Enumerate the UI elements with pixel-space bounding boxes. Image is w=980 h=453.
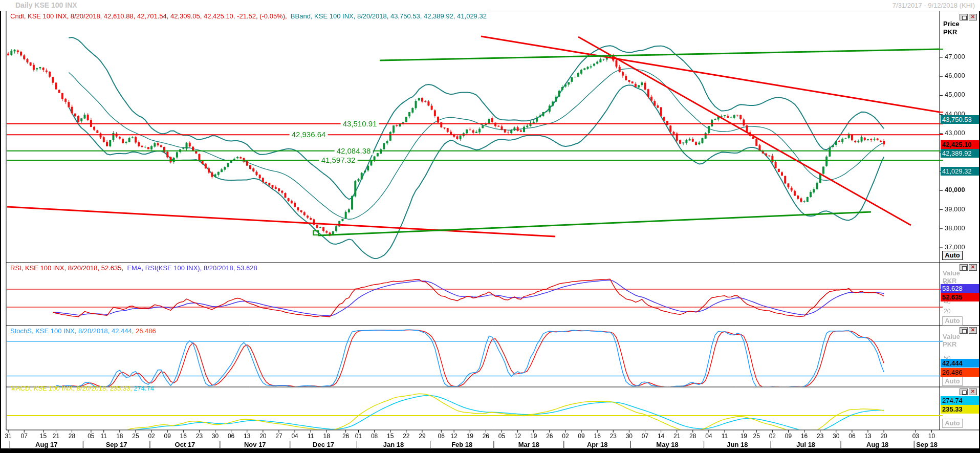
x-axis-day-label: 22 — [400, 433, 413, 440]
legend-part: 26.486 — [136, 327, 156, 335]
close-icon: ✕ — [969, 327, 976, 333]
axis-value-badge: 42,389.92 — [941, 149, 979, 158]
macd-legend[interactable]: MACD, KSE 100 INX, 8/20/2018, 235.33, 27… — [10, 385, 154, 392]
x-axis-month-label: Sep 18 — [904, 441, 950, 448]
x-axis-day-label: 23 — [814, 433, 827, 440]
x-axis-day-label: 18 — [320, 433, 333, 440]
stoch-pane-minimize-icon[interactable] — [960, 327, 968, 334]
x-axis-month-label: Nov 17 — [232, 441, 278, 448]
main-chart-legend[interactable]: Cndl, KSE 100 INX, 8/20/2018, 42,610.88,… — [10, 13, 487, 20]
x-axis-day-label: 05 — [495, 433, 508, 440]
x-axis-day-label: 05 — [84, 433, 98, 440]
x-axis-day-label: 25 — [129, 433, 142, 440]
main-pane-close-icon[interactable]: ✕ — [969, 14, 977, 20]
x-axis-day-label: 19 — [527, 433, 540, 440]
axis-value-badge: 43,750.53 — [941, 115, 979, 124]
x-axis-day-label: 19 — [737, 433, 750, 440]
x-axis-month-label: Jul 18 — [783, 441, 829, 448]
restore-icon — [962, 266, 967, 270]
restore-icon — [962, 329, 967, 333]
rsi-legend[interactable]: RSI, KSE 100 INX, 8/20/2018, 52.635, EMA… — [10, 265, 257, 272]
x-axis-month-label: Mar 18 — [506, 441, 552, 448]
x-axis-day-label: 16 — [798, 433, 811, 440]
rsi-auto-scale-button[interactable]: Auto — [942, 316, 963, 326]
x-axis-month-label: Sep 17 — [94, 441, 140, 448]
x-axis-day-label: 25 — [750, 433, 763, 440]
x-axis-day-label: 12 — [447, 433, 461, 440]
restore-icon — [962, 391, 967, 395]
price-tick-label: 45,000 — [945, 91, 965, 98]
x-axis-day-label: 27 — [272, 433, 286, 440]
price-tick-label: 43,000 — [945, 130, 965, 137]
x-axis-day-label: 04 — [288, 433, 301, 440]
x-axis-day-label: 12 — [511, 433, 525, 440]
axis-value-badge: 26.486 — [941, 368, 979, 377]
x-axis-day-label: 13 — [241, 433, 254, 440]
stoch-pane-close-icon[interactable]: ✕ — [969, 327, 977, 334]
price-tick-label: 37,000 — [945, 244, 965, 251]
price-tick-label: 40,000 — [945, 186, 965, 193]
x-axis-day-label: 06 — [845, 433, 859, 440]
x-axis-month-label: Aug 17 — [24, 441, 70, 448]
axis-value-badge: 52.635 — [941, 293, 979, 301]
close-icon: ✕ — [969, 264, 976, 270]
x-axis-day-label: 09 — [161, 433, 174, 440]
macd-auto-scale-button[interactable]: Auto — [942, 419, 963, 428]
axis-value-badge: 42,425.10 — [941, 140, 979, 149]
title-bar[interactable]: Daily KSE 100 INX 7/31/2017 - 9/12/2018 … — [0, 0, 980, 11]
macd-pane-close-icon[interactable]: ✕ — [969, 389, 977, 395]
stoch-legend[interactable]: StochS, KSE 100 INX, 8/20/2018, 42.444, … — [10, 328, 156, 335]
x-axis-day-label: 19 — [463, 433, 476, 440]
legend-part: BBand, KSE 100 INX, 8/20/2018, 43,750.53… — [291, 12, 487, 20]
x-axis-day-label: 23 — [192, 433, 206, 440]
rsi-pane-close-icon[interactable]: ✕ — [969, 264, 977, 271]
price-auto-scale-button[interactable]: Auto — [942, 251, 963, 260]
axis-value-badge: 41,029.32 — [941, 167, 979, 176]
axis-value-badge: 42.444 — [941, 359, 979, 368]
stoch-axis-title: Value — [943, 333, 960, 340]
x-axis-day-label: 04 — [702, 433, 715, 440]
x-axis-day-label: 07 — [638, 433, 651, 440]
close-icon: ✕ — [969, 14, 976, 19]
legend-part: RSI, KSE 100 INX, 8/20/2018, 52.635, — [10, 264, 127, 272]
support-resistance-label: 43,510.91 — [341, 120, 379, 128]
x-axis-day-label: 16 — [591, 433, 604, 440]
price-axis-currency: PKR — [943, 29, 957, 36]
main-pane-minimize-icon[interactable] — [960, 14, 968, 20]
x-axis-day-label: 26 — [339, 433, 353, 440]
price-tick-label: 39,000 — [945, 206, 965, 213]
axis-value-badge: 274.74 — [941, 396, 979, 405]
x-axis-day-label: 20 — [256, 433, 270, 440]
x-axis-day-label: 30 — [622, 433, 636, 440]
support-resistance-label: 42,936.64 — [290, 131, 328, 139]
x-axis-day-label: 29 — [416, 433, 429, 440]
x-axis-day-label: 02 — [559, 433, 572, 440]
price-tick-label: 38,000 — [945, 225, 965, 232]
x-axis-day-label: 28 — [66, 433, 79, 440]
x-axis-day-label: 03 — [909, 433, 922, 440]
x-axis-day-label: 15 — [384, 433, 397, 440]
x-axis-day-label: 26 — [543, 433, 556, 440]
legend-part: StochS, KSE 100 INX, 8/20/2018, 42.444, — [10, 327, 136, 335]
x-axis-month-label: Feb 18 — [439, 441, 485, 448]
rsi-axis-title: Value — [943, 270, 960, 277]
price-axis-title: Price — [943, 20, 960, 28]
support-resistance-label: 41,597.32 — [319, 156, 358, 165]
restore-icon — [962, 16, 967, 20]
x-axis-day-label: 20 — [877, 433, 890, 440]
x-axis-day-label: 21 — [49, 433, 62, 440]
x-axis-day-label: 13 — [861, 433, 875, 440]
x-axis-day-label: 06 — [434, 433, 448, 440]
x-axis-day-label: 23 — [606, 433, 620, 440]
date-range-label: 7/31/2017 - 9/12/2018 (KHI) — [892, 2, 975, 9]
x-axis-day-label: 02 — [145, 433, 158, 440]
stoch-auto-scale-button[interactable]: Auto — [942, 377, 963, 386]
x-axis-day-label: 06 — [225, 433, 238, 440]
legend-part: MACD, KSE 100 INX, 8/20/2018, 235.33, — [10, 384, 134, 392]
x-axis-day-label: 02 — [766, 433, 779, 440]
macd-pane-minimize-icon[interactable] — [960, 389, 968, 395]
x-axis-day-label: 09 — [781, 433, 795, 440]
rsi-pane-minimize-icon[interactable] — [960, 264, 968, 271]
x-axis-day-label: 10 — [925, 433, 938, 440]
legend-part: Cndl, KSE 100 INX, 8/20/2018, 42,610.88,… — [10, 12, 291, 20]
